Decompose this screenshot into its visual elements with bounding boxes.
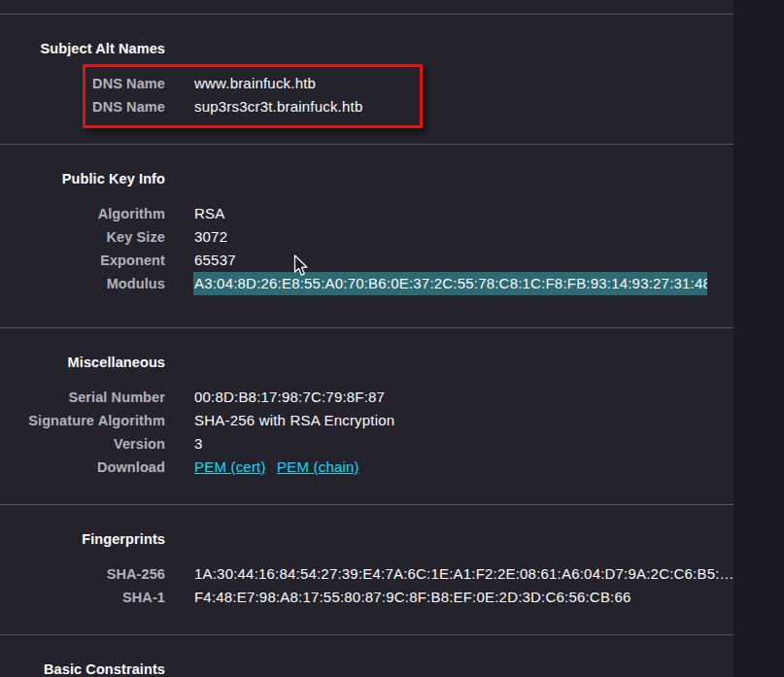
algorithm-label: Algorithm (0, 202, 165, 225)
section-title-subject-alt-names: Subject Alt Names (0, 42, 165, 56)
table-row: Download PEM (cert) PEM (chain) (0, 456, 733, 479)
version-value: 3 (194, 432, 203, 456)
table-row: DNS Name sup3rs3cr3t.brainfuck.htb (0, 95, 733, 118)
fingerprints-rows: SHA-256 1A:30:44:16:84:54:27:39:E4:7A:6C… (0, 562, 733, 609)
exponent-label: Exponent (0, 249, 165, 272)
dns-name-label: DNS Name (0, 95, 165, 118)
table-row: DNS Name www.brainfuck.htb (0, 72, 733, 95)
table-row: Version 3 (0, 432, 733, 456)
sha1-value: F4:48:E7:98:A8:17:55:80:87:9C:8F:B8:EF:0… (194, 586, 631, 609)
sha1-label: SHA-1 (0, 586, 165, 609)
dns-name-value: sup3rs3cr3t.brainfuck.htb (194, 95, 362, 118)
dns-name-value: www.brainfuck.htb (194, 72, 316, 95)
dns-name-label: DNS Name (0, 72, 165, 95)
section-subject-alt-names: Subject Alt Names DNS Name www.brainfuck… (0, 14, 733, 144)
key-size-value: 3072 (194, 225, 227, 249)
modulus-value: A3:04:8D:26:E8:55:A0:70:B6:0E:37:2C:55:7… (194, 272, 707, 302)
miscellaneous-rows: Serial Number 00:8D:B8:17:98:7C:79:8F:87… (0, 386, 733, 479)
key-size-label: Key Size (0, 225, 165, 249)
section-title-public-key-info: Public Key Info (0, 172, 165, 186)
certificate-viewer-panel: Subject Alt Names DNS Name www.brainfuck… (0, 0, 733, 677)
section-title-miscellaneous: Miscellaneous (0, 355, 165, 370)
selected-text-highlight: A3:04:8D:26:E8:55:A0:70:B6:0E:37:2C:55:7… (193, 272, 707, 295)
serial-number-value: 00:8D:B8:17:98:7C:79:8F:87 (194, 386, 385, 409)
table-row: Serial Number 00:8D:B8:17:98:7C:79:8F:87 (0, 386, 733, 409)
section-fingerprints: Fingerprints SHA-256 1A:30:44:16:84:54:2… (0, 504, 733, 634)
exponent-value: 65537 (194, 249, 236, 272)
section-miscellaneous: Miscellaneous Serial Number 00:8D:B8:17:… (0, 327, 733, 504)
section-title-fingerprints: Fingerprints (0, 532, 165, 547)
table-row: Key Size 3072 (0, 225, 733, 249)
sha256-value: 1A:30:44:16:84:54:27:39:E4:7A:6C:1E:A1:F… (194, 562, 734, 586)
signature-algorithm-label: Signature Algorithm (0, 409, 165, 432)
algorithm-value: RSA (194, 202, 224, 225)
section-basic-constraints: Basic Constraints (0, 634, 733, 677)
table-row: Signature Algorithm SHA-256 with RSA Enc… (0, 409, 733, 432)
pem-cert-link[interactable]: PEM (cert) (194, 458, 266, 475)
serial-number-label: Serial Number (0, 386, 165, 409)
section-title-basic-constraints: Basic Constraints (0, 662, 165, 677)
table-row: Exponent 65537 (0, 249, 733, 272)
subject-alt-names-rows: DNS Name www.brainfuck.htb DNS Name sup3… (0, 72, 733, 118)
version-label: Version (0, 432, 165, 456)
pem-chain-link[interactable]: PEM (chain) (277, 458, 359, 475)
sha256-label: SHA-256 (0, 562, 165, 586)
table-row: Modulus A3:04:8D:26:E8:55:A0:70:B6:0E:37… (0, 272, 733, 302)
signature-algorithm-value: SHA-256 with RSA Encryption (194, 409, 394, 432)
modulus-label: Modulus (0, 272, 165, 302)
download-label: Download (0, 456, 165, 479)
table-row: Algorithm RSA (0, 202, 733, 225)
public-key-info-rows: Algorithm RSA Key Size 3072 Exponent 655… (0, 202, 733, 302)
download-links: PEM (cert) PEM (chain) (194, 456, 366, 479)
previous-section-remnant (0, 0, 733, 14)
section-public-key-info: Public Key Info Algorithm RSA Key Size 3… (0, 144, 733, 327)
table-row: SHA-1 F4:48:E7:98:A8:17:55:80:87:9C:8F:B… (0, 586, 733, 609)
table-row: SHA-256 1A:30:44:16:84:54:27:39:E4:7A:6C… (0, 562, 733, 586)
